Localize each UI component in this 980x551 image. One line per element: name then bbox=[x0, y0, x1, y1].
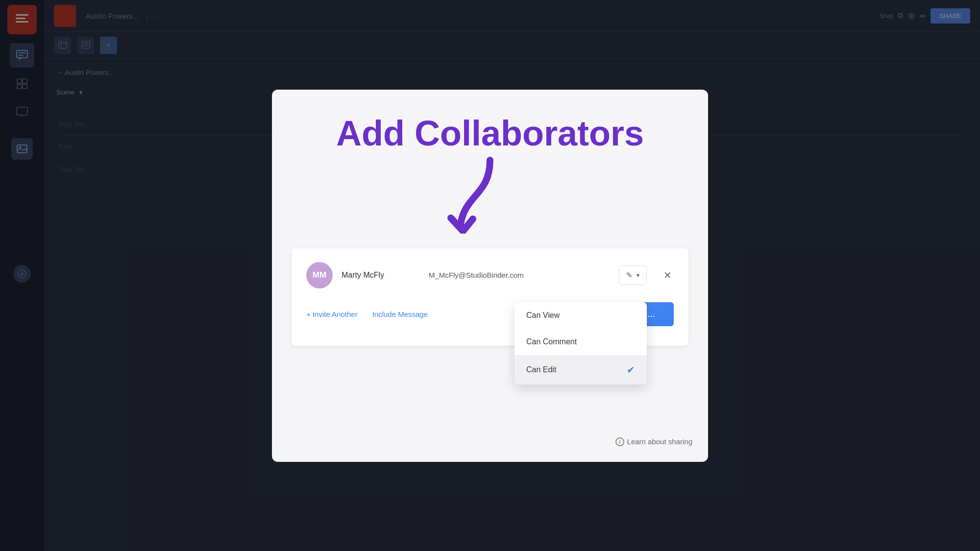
learn-sharing-text: Learn about sharing bbox=[627, 437, 692, 446]
dropdown-label-comment: Can Comment bbox=[526, 337, 577, 346]
collaborator-name: Marty McFly bbox=[342, 271, 420, 280]
check-icon: ✔ bbox=[627, 364, 635, 376]
chevron-down-icon: ▾ bbox=[637, 272, 639, 279]
dropdown-item-comment[interactable]: Can Comment bbox=[514, 329, 647, 355]
permission-dropdown: Can View Can Comment Can Edit ✔ bbox=[514, 302, 647, 384]
dropdown-item-edit[interactable]: Can Edit ✔ bbox=[514, 355, 647, 384]
collaborator-card: MM Marty McFly M_McFly@StudioBinder.com … bbox=[292, 248, 688, 346]
collaborator-row: MM Marty McFly M_McFly@StudioBinder.com … bbox=[306, 262, 674, 288]
dropdown-item-view[interactable]: Can View bbox=[514, 302, 647, 329]
modal-title: Add Collaborators bbox=[336, 114, 644, 153]
pencil-icon: ✎ bbox=[626, 271, 633, 280]
invite-another-link[interactable]: + Invite Another bbox=[306, 310, 358, 318]
dropdown-label-view: Can View bbox=[526, 311, 560, 320]
permission-button[interactable]: ✎ ▾ bbox=[619, 265, 647, 285]
learn-sharing-link[interactable]: i Learn about sharing bbox=[615, 437, 692, 446]
collaborator-avatar: MM bbox=[306, 262, 333, 288]
arrow-graphic bbox=[446, 155, 505, 239]
info-icon: i bbox=[615, 437, 624, 446]
dropdown-label-edit: Can Edit bbox=[526, 365, 556, 374]
add-collaborators-modal: Add Collaborators MM Marty McFly M_McFly… bbox=[272, 90, 708, 462]
avatar-initials: MM bbox=[313, 270, 326, 280]
collaborator-email: M_McFly@StudioBinder.com bbox=[429, 271, 610, 279]
permission-control: ✎ ▾ Can View Can Comment Can Edit ✔ bbox=[619, 265, 647, 285]
remove-collaborator-button[interactable]: ✕ bbox=[662, 267, 674, 283]
include-message-link[interactable]: Include Message bbox=[372, 310, 428, 318]
